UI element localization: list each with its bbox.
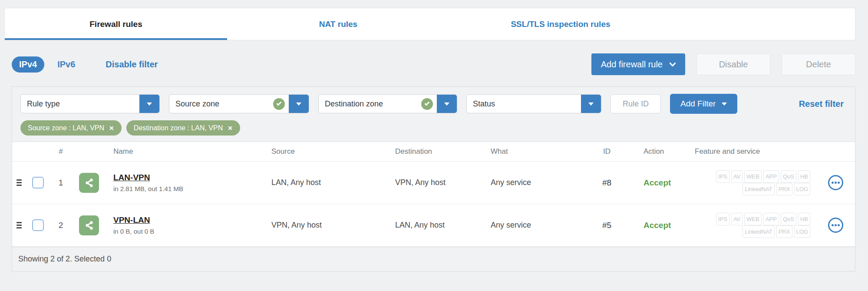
rule-destination: LAN, Any host	[393, 221, 488, 230]
feature-badge: LOG	[794, 183, 810, 195]
row-checkbox[interactable]	[32, 177, 44, 188]
status-dropdown-label: Status	[467, 99, 581, 109]
more-actions-icon[interactable]	[828, 218, 843, 233]
dropdown-arrow-icon[interactable]	[581, 95, 601, 113]
rule-action: Accept	[625, 221, 695, 230]
feature-badge: QoS	[781, 213, 796, 225]
feature-badge: APP	[763, 213, 779, 225]
rule-id: #8	[588, 178, 625, 188]
toolbar: IPv4 IPv6 Disable filter Add firewall ru…	[12, 53, 855, 75]
rule-id: #5	[588, 221, 625, 230]
close-icon[interactable]: ✕	[109, 125, 114, 131]
footer-summary: Showing 2 of 2. Selected 0	[18, 255, 111, 263]
source-zone-dropdown[interactable]: Source zone	[169, 94, 309, 113]
dropdown-arrow-icon[interactable]	[139, 95, 159, 113]
filter-chip-destination-zone: Destination zone : LAN, VPN ✕	[126, 120, 240, 136]
filter-row: Rule type Source zone Destination zone S…	[20, 94, 847, 114]
feature-badge: IPS	[716, 170, 729, 183]
drag-handle-icon[interactable]	[17, 221, 22, 230]
close-icon[interactable]: ✕	[228, 125, 233, 131]
ipv6-toggle[interactable]: IPv6	[57, 60, 75, 69]
tab-ssl-tls-inspection-rules[interactable]: SSL/TLS inspection rules	[449, 8, 672, 40]
feature-badges: IPSAVWEBAPPQoSHB LinkedNATPRXLOG	[695, 213, 816, 238]
chevron-down-icon	[722, 103, 727, 106]
feature-badge: WEB	[744, 170, 762, 183]
destination-zone-dropdown[interactable]: Destination zone	[318, 94, 457, 113]
row-number: 1	[50, 178, 72, 188]
feature-badge: AV	[731, 170, 743, 183]
filter-chip-label: Source zone : LAN, VPN	[28, 124, 104, 132]
dropdown-arrow-icon[interactable]	[437, 95, 457, 113]
header-destination: Destination	[393, 147, 488, 156]
rule-traffic: in 0 B, out 0 B	[113, 228, 269, 235]
network-rule-icon[interactable]	[79, 173, 99, 193]
rule-name-link[interactable]: LAN-VPN	[113, 173, 150, 182]
tab-bar: Firewall rules NAT rules SSL/TLS inspect…	[4, 8, 855, 40]
feature-badge: AV	[731, 213, 743, 225]
feature-badge: WEB	[744, 213, 762, 225]
rule-action: Accept	[625, 178, 695, 188]
dropdown-arrow-icon[interactable]	[289, 95, 309, 113]
destination-zone-dropdown-label: Destination zone	[319, 99, 421, 109]
feature-badge: HB	[798, 213, 810, 225]
more-actions-icon[interactable]	[828, 175, 843, 190]
table-header: # Name Source Destination What ID Action…	[12, 142, 855, 162]
table-row: 1 LAN-VPN in 2.81 MB, out 1.41 MB LAN, A…	[12, 162, 855, 204]
disable-filter-link[interactable]: Disable filter	[106, 60, 158, 69]
chevron-down-icon	[670, 63, 676, 66]
filter-area: Rule type Source zone Destination zone S…	[12, 87, 855, 142]
feature-badge: PRX	[776, 225, 792, 238]
add-filter-label: Add Filter	[680, 99, 716, 109]
rule-what: Any service	[488, 178, 588, 187]
reset-filter-link[interactable]: Reset filter	[799, 99, 847, 109]
filter-chip-label: Destination zone : LAN, VPN	[134, 124, 223, 132]
feature-badge: LinkedNAT	[743, 183, 774, 195]
header-what: What	[488, 147, 588, 156]
active-filter-chips: Source zone : LAN, VPN ✕ Destination zon…	[20, 120, 847, 136]
rule-what: Any service	[488, 221, 588, 230]
drag-handle-icon[interactable]	[17, 178, 22, 187]
rule-type-dropdown-label: Rule type	[21, 99, 139, 109]
feature-badges: IPSAVWEBAPPQoSHB LinkedNATPRXLOG	[695, 170, 816, 195]
firewall-rules-panel: Rule type Source zone Destination zone S…	[12, 86, 855, 271]
add-firewall-rule-label: Add firewall rule	[601, 60, 663, 69]
rule-traffic: in 2.81 MB, out 1.41 MB	[113, 185, 269, 192]
status-dropdown[interactable]: Status	[466, 94, 601, 113]
feature-badge: LOG	[794, 225, 810, 238]
feature-badge: QoS	[781, 170, 796, 183]
filter-applied-check-icon	[273, 98, 285, 110]
rule-source: VPN, Any host	[269, 221, 393, 230]
rule-type-dropdown[interactable]: Rule type	[20, 94, 160, 113]
filter-chip-source-zone: Source zone : LAN, VPN ✕	[20, 120, 122, 136]
rule-id-input[interactable]	[611, 94, 661, 113]
row-number: 2	[50, 221, 72, 230]
rule-destination: VPN, Any host	[393, 178, 488, 187]
rule-name-link[interactable]: VPN-LAN	[113, 215, 150, 225]
tab-firewall-rules[interactable]: Firewall rules	[5, 8, 227, 40]
table-row: 2 VPN-LAN in 0 B, out 0 B VPN, Any host …	[12, 204, 855, 247]
feature-badge: LinkedNAT	[743, 225, 774, 238]
row-checkbox[interactable]	[32, 219, 44, 231]
share-icon	[83, 177, 95, 188]
header-features: Feature and service	[695, 147, 816, 156]
add-firewall-rule-button[interactable]: Add firewall rule	[591, 53, 685, 75]
feature-badge: HB	[798, 170, 810, 183]
feature-badge: PRX	[776, 183, 792, 195]
filter-applied-check-icon	[421, 98, 433, 110]
feature-badge: IPS	[716, 213, 729, 225]
tab-nat-rules[interactable]: NAT rules	[227, 8, 449, 40]
add-filter-button[interactable]: Add Filter	[670, 94, 737, 114]
disable-button[interactable]: Disable	[696, 53, 770, 75]
share-icon	[83, 220, 95, 231]
feature-badge: APP	[763, 170, 779, 183]
header-name: Name	[106, 147, 269, 156]
ipv4-toggle[interactable]: IPv4	[12, 56, 44, 73]
header-id: ID	[588, 147, 625, 156]
header-source: Source	[269, 147, 393, 156]
network-rule-icon[interactable]	[79, 215, 99, 235]
toolbar-actions: Add firewall rule Disable Delete	[591, 53, 855, 75]
rule-source: LAN, Any host	[269, 178, 393, 187]
delete-button[interactable]: Delete	[782, 53, 855, 75]
header-number: #	[50, 147, 72, 156]
header-action: Action	[625, 147, 695, 156]
